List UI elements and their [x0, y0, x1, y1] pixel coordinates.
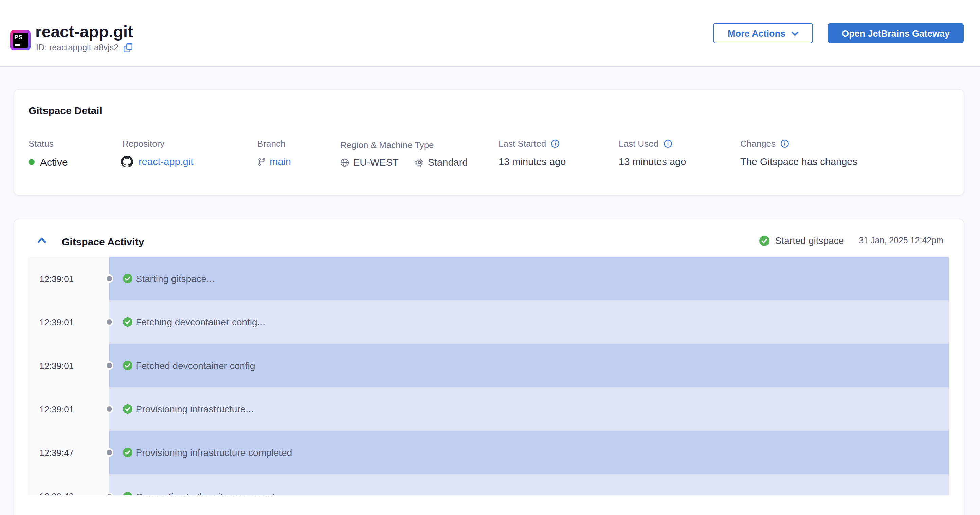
- collapse-chevron-up-icon[interactable]: [37, 237, 46, 243]
- status-active-dot: [29, 159, 35, 165]
- step-success-check-icon: [123, 361, 132, 370]
- last-used-label: Last Used: [619, 138, 659, 148]
- log-row[interactable]: 12:39:47 Provisioning infrastructure com…: [28, 431, 948, 475]
- field-repository: Repository react-app.git: [122, 138, 193, 169]
- log-time: 12:39:01: [28, 257, 109, 300]
- success-check-icon: [760, 235, 770, 246]
- repository-label: Repository: [122, 138, 193, 149]
- activity-status-text: Started gitspace: [775, 235, 844, 246]
- globe-icon: [340, 158, 349, 167]
- status-label: Status: [29, 138, 68, 149]
- timeline-dot-icon: [105, 274, 113, 283]
- repository-link[interactable]: react-app.git: [138, 156, 193, 167]
- chevron-down-icon: [791, 31, 798, 36]
- copy-id-icon[interactable]: [123, 43, 132, 52]
- field-region-machine: Region & Machine Type EU-WEST Standard: [340, 139, 468, 169]
- log-time: 12:39:01: [28, 344, 109, 387]
- activity-title: Gitspace Activity: [62, 236, 144, 247]
- activity-header: Gitspace Activity Started gitspace 31 Ja…: [14, 220, 964, 257]
- field-status: Status Active: [29, 138, 68, 169]
- last-started-label: Last Started: [498, 138, 546, 148]
- log-message: Provisioning infrastructure...: [136, 404, 254, 415]
- log-time: 12:39:48: [28, 475, 109, 495]
- timeline-dot-icon: [105, 405, 113, 413]
- step-success-check-icon: [123, 317, 132, 327]
- timeline-dot-icon: [105, 318, 113, 326]
- more-actions-button[interactable]: More Actions: [713, 23, 813, 43]
- branch-link[interactable]: main: [270, 156, 291, 167]
- field-changes: Changes The Gitspace has changes: [740, 138, 858, 169]
- field-branch: Branch main: [258, 138, 291, 169]
- info-icon[interactable]: [780, 139, 789, 148]
- changes-label: Changes: [740, 138, 776, 148]
- log-message: Provisioning infrastructure completed: [136, 447, 293, 458]
- log-row[interactable]: 12:39:01 Provisioning infrastructure...: [28, 387, 948, 431]
- machine-type-value: Standard: [428, 157, 468, 168]
- status-value: Active: [40, 156, 68, 167]
- log-row[interactable]: 12:39:48 Connecting to the gitspace agen…: [28, 475, 948, 495]
- log-row[interactable]: 12:39:01 Fetching devcontainer config...: [28, 300, 948, 344]
- logo-text: PS: [14, 34, 23, 41]
- last-used-value: 13 minutes ago: [619, 155, 686, 169]
- timeline-dot-icon: [105, 362, 113, 370]
- log-message: Fetching devcontainer config...: [136, 317, 265, 327]
- region-value: EU-WEST: [353, 157, 399, 168]
- log-time: 12:39:01: [28, 387, 109, 431]
- page-title: react-app.git: [35, 22, 133, 41]
- log-message: Starting gitspace...: [136, 273, 215, 284]
- machine-type-chip-icon: [415, 158, 424, 167]
- log-row[interactable]: 12:39:01 Starting gitspace...: [28, 257, 948, 300]
- detail-card-title: Gitspace Detail: [29, 105, 102, 116]
- step-success-check-icon: [123, 448, 132, 458]
- gitspace-detail-page: PS react-app.git ID: reactappgit-a8vjs2 …: [0, 0, 980, 515]
- github-icon: [121, 156, 133, 168]
- phpstorm-logo-icon: PS: [10, 30, 30, 50]
- log-message: Fetched devcontainer config: [136, 360, 255, 371]
- region-machine-label: Region & Machine Type: [340, 139, 468, 150]
- field-last-used: Last Used 13 minutes ago: [619, 138, 686, 169]
- info-icon[interactable]: [663, 139, 672, 148]
- field-last-started: Last Started 13 minutes ago: [498, 138, 566, 169]
- log-row[interactable]: 12:39:01 Fetched devcontainer config: [28, 344, 948, 387]
- step-success-check-icon: [123, 491, 132, 495]
- gitspace-detail-card: Gitspace Detail Status Active Repository…: [14, 89, 964, 196]
- gitspace-id-label: ID: reactappgit-a8vjs2: [36, 43, 119, 52]
- log-time: 12:39:47: [28, 431, 109, 475]
- activity-timestamp: 31 Jan, 2025 12:42pm: [859, 236, 943, 245]
- log-message: Connecting to the gitspace agent...: [136, 491, 283, 495]
- activity-log: 12:39:01 Starting gitspace... 12:39:01: [28, 257, 948, 495]
- changes-value: The Gitspace has changes: [740, 155, 858, 169]
- gitspace-activity-card: Gitspace Activity Started gitspace 31 Ja…: [14, 219, 964, 515]
- last-started-value: 13 minutes ago: [498, 155, 566, 169]
- info-icon[interactable]: [551, 139, 560, 148]
- step-success-check-icon: [123, 274, 132, 283]
- page-header: PS react-app.git ID: reactappgit-a8vjs2 …: [0, 0, 980, 67]
- branch-label: Branch: [258, 138, 291, 149]
- step-success-check-icon: [123, 405, 132, 414]
- log-time: 12:39:01: [28, 300, 109, 344]
- git-branch-icon: [258, 157, 266, 166]
- open-jetbrains-gateway-button[interactable]: Open JetBrains Gateway: [828, 23, 964, 43]
- more-actions-label: More Actions: [728, 28, 786, 38]
